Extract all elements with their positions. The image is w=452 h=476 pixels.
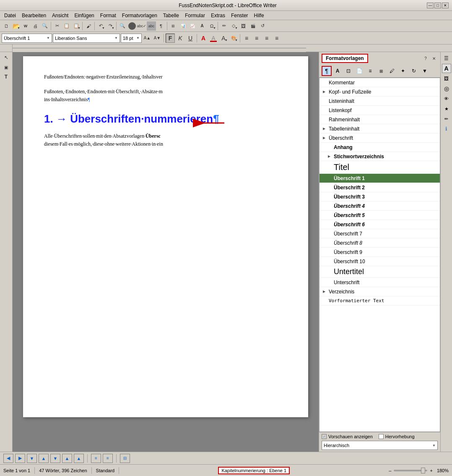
style-item-18[interactable]: Überschrift 9 (320, 248, 440, 257)
nav-up3[interactable]: ▲ (74, 454, 84, 463)
insert-img-btn[interactable]: 🖼 (239, 21, 248, 31)
highlight-checkbox[interactable] (379, 434, 384, 439)
style-item-22[interactable]: ▶Verzeichnis (320, 287, 440, 296)
nav-outline[interactable]: ⊟ (120, 454, 130, 463)
style-item-16[interactable]: Überschrift 7 (320, 229, 440, 238)
align-right-btn[interactable]: ≡ (262, 34, 271, 43)
frame-styles-btn[interactable]: ⊡ (343, 66, 353, 76)
menu-format[interactable]: Format (98, 12, 119, 19)
font-color-a2[interactable]: A (209, 34, 218, 43)
rs-A[interactable]: A (442, 64, 451, 73)
style-item-6[interactable]: ▶Überschrift (320, 133, 440, 143)
style-item-5[interactable]: ▶Tabelleninhalt (320, 124, 440, 133)
para-styles-btn[interactable]: ¶ (322, 66, 332, 76)
style-item-23[interactable]: Vorformatierter Text (320, 296, 440, 306)
menu-tabelle[interactable]: Tabelle (161, 12, 182, 19)
format-paint-btn[interactable]: 🖌 (84, 21, 93, 31)
new-button[interactable]: 🗋 (2, 21, 11, 31)
style-item-20[interactable]: Untertitel (320, 266, 440, 278)
style-item-4[interactable]: Rahmeninhalt (320, 115, 440, 124)
copy-btn[interactable]: 📋 (62, 21, 71, 31)
panel-help-btn[interactable]: ? (422, 55, 429, 62)
tb-circle[interactable] (128, 22, 136, 30)
panel-controls[interactable]: ? ✕ (422, 55, 438, 62)
style-list[interactable]: Kommentar▶Kopf- und Fußzeile Listeninhal… (319, 78, 440, 432)
pilcrow-btn[interactable]: ¶ (156, 21, 166, 31)
nav-up2[interactable]: ▲ (62, 454, 72, 463)
rs-pencil[interactable]: ✏ (442, 114, 451, 123)
tool-select[interactable]: ▣ (2, 63, 11, 72)
style-item-15[interactable]: Überschrift 6 (320, 220, 440, 229)
menu-bearbeiten[interactable]: Bearbeiten (19, 12, 49, 19)
align-left-btn[interactable]: ≡ (242, 34, 251, 43)
nav-right[interactable]: ▶ (15, 454, 25, 463)
nav-list1[interactable]: ≡ (91, 454, 101, 463)
find-btn[interactable]: 🔍 (118, 21, 127, 31)
align-justify-btn[interactable]: ≡ (272, 34, 281, 43)
rs-hamburger[interactable]: ☰ (442, 54, 451, 63)
rs-star[interactable]: ★ (442, 104, 451, 113)
maximize-button[interactable]: □ (434, 3, 441, 8)
preview-checkbox[interactable]: ✓ (322, 434, 327, 439)
tool-arrow[interactable]: ↖ (2, 53, 11, 62)
open-btn[interactable]: 📂▼ (11, 21, 21, 31)
font-size-increase[interactable]: A▲ (143, 34, 152, 43)
close-button[interactable]: ✕ (442, 3, 449, 8)
fill-format-btn[interactable]: 🖊 (387, 66, 397, 76)
menu-formatvorlagen[interactable]: Formatvorlagen (119, 12, 160, 19)
style-item-21[interactable]: Unterschrift (320, 278, 440, 287)
menu-datei[interactable]: Datei (2, 12, 18, 19)
char-styles-btn[interactable]: A (333, 66, 343, 76)
tool-text[interactable]: T (2, 72, 11, 81)
nav-down2[interactable]: ▼ (50, 454, 60, 463)
style-item-2[interactable]: Listeninhalt (320, 97, 440, 106)
table-styles-btn[interactable]: ⊞ (376, 66, 386, 76)
menu-extras[interactable]: Extras (208, 12, 228, 19)
menu-hilfe[interactable]: Hilfe (252, 12, 267, 19)
rs-circle[interactable]: ◎ (442, 84, 451, 93)
omega-btn[interactable]: Ω▼ (207, 21, 216, 31)
redo-btn[interactable]: ↷▼ (106, 21, 115, 31)
nav-up-blue[interactable]: ▲ (39, 454, 49, 463)
textbox-btn[interactable]: A (197, 21, 207, 31)
spell2-btn[interactable]: abc (147, 21, 156, 31)
zoom-out-btn[interactable]: – (389, 468, 391, 473)
minimize-button[interactable]: — (427, 3, 434, 8)
window-controls[interactable]: — □ ✕ (427, 3, 449, 8)
style-item-0[interactable]: Kommentar (320, 78, 440, 87)
undo-btn[interactable]: ↶▼ (96, 21, 105, 31)
rs-image[interactable]: 🖼 (442, 74, 451, 83)
more-btn[interactable]: ▼ (420, 66, 430, 76)
style-item-7[interactable]: Anhang (320, 143, 440, 152)
style-item-13[interactable]: Überschrift 4 (320, 201, 440, 211)
style-dropdown[interactable]: Überschrift 1 ▼ (2, 34, 52, 43)
movie-btn[interactable]: 🎬 (248, 21, 257, 31)
tb-btn3[interactable]: W (21, 21, 30, 31)
style-item-11[interactable]: Überschrift 2 (320, 183, 440, 192)
shapes-btn[interactable]: ◇▼ (229, 21, 238, 31)
menu-einfuegen[interactable]: Einfügen (72, 12, 96, 19)
nav-down-blue[interactable]: ▼ (27, 454, 37, 463)
rs-eye[interactable]: 👁 (442, 94, 451, 103)
style-item-19[interactable]: Überschrift 10 (320, 257, 440, 266)
italic-btn[interactable]: K (176, 34, 185, 43)
nav-list2[interactable]: ≡ (103, 454, 113, 463)
char-format-btn[interactable]: 🎨 ▼ (229, 34, 238, 43)
graph-btn[interactable]: 📈 (188, 21, 197, 31)
refresh-btn[interactable]: ↺ (258, 21, 267, 31)
nav-left[interactable]: ◀ (3, 454, 13, 463)
hierarchy-select[interactable]: Hierarchisch ▼ (322, 441, 438, 450)
document-area[interactable]: Fußnoten/Endnoten:·negativer·Erstzeilene… (13, 52, 319, 452)
rs-info[interactable]: ℹ (442, 124, 451, 133)
bold-btn[interactable]: F (166, 34, 175, 43)
preview-btn[interactable]: 🔍 (40, 21, 49, 31)
draw-btn[interactable]: ✏ (219, 21, 229, 31)
underline-btn[interactable]: U (186, 34, 195, 43)
table-btn[interactable]: ⊞ (169, 21, 178, 31)
zoom-slider[interactable] (394, 470, 427, 471)
font-color-a[interactable]: A (199, 34, 208, 43)
style-item-10[interactable]: Überschrift 1 (320, 174, 440, 183)
menu-fenster[interactable]: Fenster (229, 12, 251, 19)
style-item-17[interactable]: Überschrift 8 (320, 238, 440, 248)
style-item-12[interactable]: Überschrift 3 (320, 192, 440, 201)
